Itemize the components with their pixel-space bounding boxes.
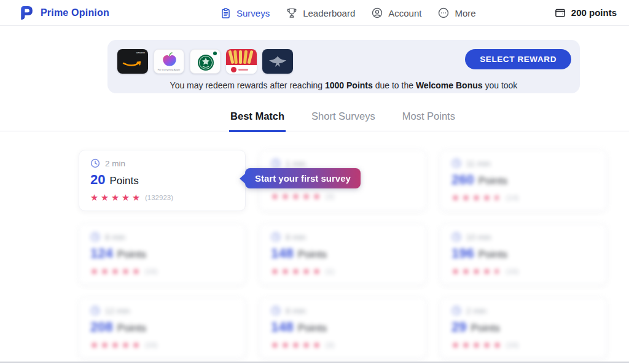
star-icon: ★ (122, 266, 130, 276)
points-value: 20 (90, 172, 105, 188)
nav-item-leaderboard[interactable]: Leaderboard (286, 7, 355, 19)
survey-grid: Start your first survey 2 min 20 Points … (79, 150, 629, 358)
fries-caption-bar (238, 69, 248, 71)
more-dots-icon (437, 7, 450, 19)
survey-card[interactable]: 8 min 148 Points ★★★★★ (1) (259, 223, 426, 285)
survey-time: 8 min (271, 232, 415, 242)
time-label: 12 min (105, 306, 130, 316)
star-icon: ★ (302, 340, 310, 350)
star-icon: ★ (451, 193, 459, 203)
time-label: 8 min (105, 233, 125, 242)
survey-card[interactable]: 11 min 260 Points ★★★★★ (14) (440, 150, 607, 211)
reward-banner: amazon For everything Apple (107, 40, 580, 93)
review-count: (3) (326, 341, 334, 349)
star-icon: ★ (302, 192, 310, 201)
nav-item-surveys[interactable]: Surveys (220, 7, 270, 19)
star-rating: ★★★★★ (271, 191, 323, 202)
nav-item-account[interactable]: Account (371, 7, 421, 19)
star-icon: ★ (462, 193, 470, 203)
app-header: Prime Opinion Surveys Lea (0, 0, 629, 26)
survey-rating: ★★★★★ (33) (90, 339, 234, 350)
points-unit: Points (117, 322, 146, 335)
tab-best-match[interactable]: Best Match (229, 107, 286, 132)
survey-rating: ★★★★★ (16) (451, 339, 595, 350)
review-count: (14) (506, 194, 518, 201)
star-icon: ★ (292, 340, 300, 350)
clock-icon (271, 158, 281, 168)
brand-logo[interactable]: Prime Opinion (17, 4, 109, 21)
points-widget[interactable]: 200 points (554, 7, 617, 19)
review-count: (16) (145, 268, 157, 275)
survey-time: 1 min (271, 158, 415, 168)
points-value: 124 (90, 246, 113, 261)
fries-card-footer (226, 65, 257, 74)
tab-short-surveys[interactable]: Short Surveys (310, 107, 377, 131)
time-label: 2 min (466, 306, 486, 316)
points-value: 148 (271, 319, 294, 335)
star-icon: ★ (493, 193, 501, 203)
survey-rating: ★★★★★ (16) (90, 266, 234, 277)
eagle-icon (267, 53, 289, 70)
clock-icon (271, 306, 281, 316)
star-rating: ★★★★★ (271, 266, 323, 277)
survey-time: 8 min (271, 306, 415, 316)
star-icon: ★ (483, 340, 491, 350)
star-icon: ★ (451, 340, 459, 350)
survey-card[interactable]: 12 min 208 Points ★★★★★ (33) (79, 297, 246, 358)
survey-points: 260 Points (451, 172, 595, 188)
survey-points: 29 Points (451, 319, 595, 335)
points-unit: Points (471, 322, 499, 335)
survey-card[interactable]: 8 min 148 Points ★★★★★ (3) (259, 297, 426, 358)
star-icon: ★ (90, 340, 98, 350)
star-icon: ★ (483, 266, 491, 276)
starbucks-badge (213, 52, 217, 55)
star-icon: ★ (472, 266, 480, 276)
amazon-wordmark: amazon (136, 51, 145, 54)
review-count: (3) (326, 193, 334, 200)
survey-rating: ★★★★★ (1) (271, 266, 415, 277)
select-reward-button[interactable]: SELECT REWARD (465, 49, 571, 69)
points-value: 260 (451, 172, 474, 188)
survey-card[interactable]: 2 min 20 Points ★★★★★ (132923) (79, 150, 246, 211)
nav-item-more[interactable]: More (437, 7, 475, 19)
survey-rating: ★★★★★ (3) (271, 339, 415, 350)
star-icon: ★ (111, 266, 119, 276)
points-value: 196 (451, 246, 474, 261)
bottom-divider (0, 362, 629, 363)
fries-icon (226, 49, 257, 65)
points-unit: Points (298, 249, 327, 261)
star-icon: ★ (462, 340, 470, 350)
points-unit: Points (298, 322, 327, 335)
time-label: 8 min (286, 306, 306, 316)
star-rating: ★★★★★ (451, 192, 504, 203)
apple-logo-icon (154, 50, 184, 71)
survey-time: 11 min (451, 158, 595, 168)
star-icon: ★ (493, 340, 501, 350)
tab-most-points[interactable]: Most Points (401, 107, 456, 131)
clock-icon (90, 232, 100, 242)
time-label: 8 min (286, 233, 306, 242)
review-count: (16) (506, 268, 518, 275)
points-unit: Points (479, 175, 507, 187)
star-rating: ★★★★★ (90, 192, 143, 203)
star-icon: ★ (483, 193, 491, 203)
points-unit: Points (117, 249, 146, 261)
star-icon: ★ (313, 340, 321, 350)
review-count: (132923) (145, 194, 173, 201)
survey-points: 124 Points (90, 246, 234, 261)
clock-icon (451, 158, 461, 168)
time-label: 11 min (466, 159, 491, 168)
account-icon (371, 7, 383, 19)
survey-card[interactable]: 10 min 196 Points ★★★★★ (16) (440, 223, 607, 285)
survey-card[interactable]: 8 min 124 Points ★★★★★ (16) (79, 223, 246, 285)
star-icon: ★ (313, 192, 321, 201)
review-count: (16) (506, 341, 518, 349)
clock-icon (451, 232, 461, 242)
time-label: 2 min (105, 159, 125, 168)
redeem-points-threshold: 1000 Points (325, 80, 373, 90)
first-survey-tooltip: Start your first survey (240, 168, 361, 188)
survey-card[interactable]: 2 min 29 Points ★★★★★ (16) (440, 297, 607, 358)
nav-label: Surveys (236, 8, 270, 18)
points-unit: Points (109, 175, 138, 187)
survey-points: 148 Points (271, 319, 415, 335)
